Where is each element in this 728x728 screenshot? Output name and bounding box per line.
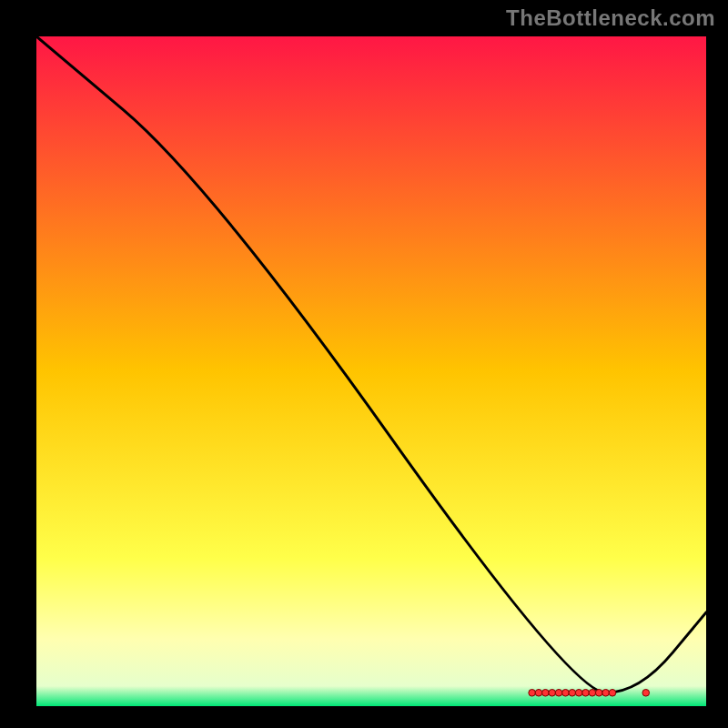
marker-dot: [569, 689, 576, 696]
marker-dot: [589, 689, 596, 696]
marker-dot: [602, 689, 610, 696]
marker-dot: [549, 689, 556, 696]
marker-dot: [542, 689, 550, 696]
marker-dot: [582, 689, 590, 696]
gradient-background: [36, 36, 706, 706]
marker-dot: [609, 689, 616, 696]
chart-container: TheBottleneck.com: [0, 0, 728, 728]
marker-dot: [562, 689, 570, 696]
marker-dot: [529, 689, 536, 696]
marker-dot: [642, 689, 650, 696]
marker-dot: [595, 689, 602, 696]
marker-dot: [555, 689, 562, 696]
chart-svg: [36, 36, 706, 706]
plot-area: [36, 36, 706, 706]
watermark-text: TheBottleneck.com: [506, 5, 715, 31]
marker-dot: [535, 689, 542, 696]
marker-dot: [575, 689, 582, 696]
